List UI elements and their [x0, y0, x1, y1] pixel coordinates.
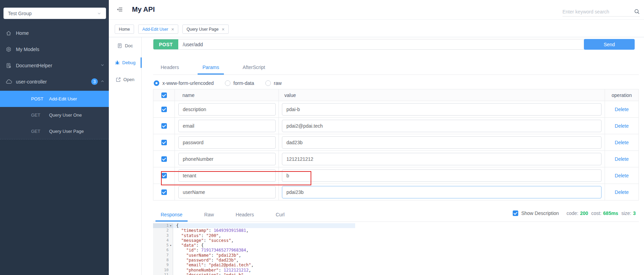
doc-nav-item[interactable]: Debug: [109, 54, 141, 71]
meta-label: code:: [567, 210, 578, 216]
param-row: Delete: [153, 184, 638, 200]
body-type-radio[interactable]: form-data: [225, 80, 254, 86]
route-tab[interactable]: Home: [115, 24, 134, 34]
line-number: 9: [166, 263, 169, 267]
column-header-operation: operation: [605, 89, 638, 101]
param-value-input[interactable]: [282, 169, 602, 182]
sidebar-api-item[interactable]: GET Query User One: [0, 107, 109, 123]
param-row: Delete: [153, 118, 638, 134]
route-tab[interactable]: Add-Edit User: [138, 24, 178, 34]
body-type-radio[interactable]: x-www-form-urlencoded: [154, 80, 214, 86]
param-name-input[interactable]: [178, 103, 276, 116]
request-url-input[interactable]: /user/add: [178, 39, 634, 49]
group-select[interactable]: Test Group: [3, 8, 106, 19]
fold-icon[interactable]: ▾: [169, 243, 173, 248]
fold-icon[interactable]: ▾: [169, 223, 173, 228]
document-icon: [6, 63, 13, 68]
line-number: 2: [166, 228, 169, 233]
meta-value: 200: [580, 210, 588, 216]
meta-value: 685ms: [603, 210, 618, 216]
delete-link[interactable]: Delete: [615, 140, 628, 145]
response-tab[interactable]: Response: [155, 212, 188, 222]
param-name-input[interactable]: [178, 169, 276, 182]
response-tab[interactable]: Curl: [271, 212, 290, 222]
doc-nav-item[interactable]: Doc: [109, 37, 141, 54]
code-line: 5▾ "data": {: [153, 243, 355, 248]
row-checkbox[interactable]: [161, 173, 167, 178]
delete-link[interactable]: Delete: [615, 107, 628, 112]
request-tab[interactable]: Headers: [156, 65, 184, 75]
body-type-radio[interactable]: raw: [265, 80, 282, 86]
response-json-editor[interactable]: 1▾ { 2 "timestamp": 1649393915881, 3 "st…: [153, 223, 355, 275]
param-value-input[interactable]: [282, 186, 602, 198]
route-tab[interactable]: Query User Page: [182, 24, 229, 34]
param-name-input[interactable]: [178, 120, 276, 132]
delete-link[interactable]: Delete: [615, 156, 628, 162]
sidebar-item[interactable]: user-controller 3: [0, 73, 109, 90]
sidebar-item[interactable]: My Models: [0, 41, 109, 57]
code-line: 9 "email": "pdai2@pdai.tech",: [153, 263, 355, 267]
line-number: 6: [166, 248, 169, 253]
sidebar-api-item[interactable]: POST Add-Edit User: [0, 91, 109, 107]
param-value-input[interactable]: [282, 136, 602, 149]
tags-bar: Home Add-Edit User Query User Page: [109, 20, 644, 37]
search-icon[interactable]: [634, 9, 640, 14]
sidebar-item[interactable]: DocumentHelper: [0, 57, 109, 73]
chevron-down-icon: [97, 11, 102, 16]
models-icon: [6, 47, 13, 52]
row-checkbox[interactable]: [161, 156, 167, 162]
search-box: [562, 7, 640, 17]
sidebar-api-item[interactable]: GET Query User Page: [0, 123, 109, 139]
param-row: Delete: [153, 101, 638, 118]
delete-link[interactable]: Delete: [615, 123, 628, 129]
show-description-label: Show Description: [521, 210, 559, 216]
request-tabs: HeadersParamsAfterScript: [153, 57, 639, 75]
sidebar-item[interactable]: Home: [0, 25, 109, 41]
main-panel: POST /user/add Send HeadersParamsAfterSc…: [142, 37, 644, 275]
param-name-input[interactable]: [178, 186, 276, 198]
row-checkbox[interactable]: [161, 123, 167, 129]
code-line: 8 "password": "dad23b",: [153, 258, 355, 263]
code-line: 10 "phoneNumber": 1212121212,: [153, 268, 355, 273]
param-value-input[interactable]: [282, 153, 602, 165]
doc-nav-item[interactable]: Open: [109, 71, 141, 88]
code-line: 4 "message": "success",: [153, 238, 355, 243]
param-value-input[interactable]: [282, 103, 602, 116]
request-method-badge: POST: [153, 39, 178, 49]
code-line: 11 "description": "pdai-b",: [153, 273, 355, 275]
sidebar-collapse-icon[interactable]: [116, 6, 123, 13]
bug-icon: [115, 60, 120, 65]
column-header-name: name: [175, 89, 279, 101]
params-table: name value operation Delete Delete Delet…: [153, 89, 639, 200]
request-tab[interactable]: Params: [198, 65, 224, 75]
show-description-checkbox[interactable]: [513, 210, 518, 216]
request-tab[interactable]: AfterScript: [238, 65, 270, 75]
delete-link[interactable]: Delete: [615, 189, 628, 195]
response-tab[interactable]: Headers: [230, 212, 259, 222]
select-all-checkbox[interactable]: [161, 92, 167, 98]
chevron-down-icon: [100, 63, 105, 67]
group-select-value: Test Group: [8, 11, 97, 16]
param-name-input[interactable]: [178, 136, 276, 149]
sidebar-menu: Home My Models DocumentHelper user-contr…: [0, 25, 109, 90]
param-value-input[interactable]: [282, 120, 602, 132]
search-input[interactable]: [562, 9, 634, 14]
doc-icon: [117, 43, 122, 48]
param-row: Delete: [153, 167, 638, 184]
line-number: 4: [166, 238, 169, 243]
open-icon: [116, 77, 121, 82]
send-button[interactable]: Send: [584, 39, 635, 50]
sidebar-submenu: POST Add-Edit User GET Query User One GE…: [0, 91, 109, 139]
close-icon[interactable]: [171, 27, 174, 32]
chevron-up-icon: [100, 79, 105, 84]
count-badge: 3: [91, 78, 98, 85]
response-tab[interactable]: Raw: [199, 212, 219, 222]
row-checkbox[interactable]: [161, 107, 167, 112]
params-table-header: name value operation: [153, 89, 638, 101]
param-row: Delete: [153, 134, 638, 151]
close-icon[interactable]: [222, 27, 225, 32]
row-checkbox[interactable]: [161, 140, 167, 145]
delete-link[interactable]: Delete: [615, 173, 628, 178]
param-name-input[interactable]: [178, 153, 276, 165]
row-checkbox[interactable]: [161, 189, 167, 195]
